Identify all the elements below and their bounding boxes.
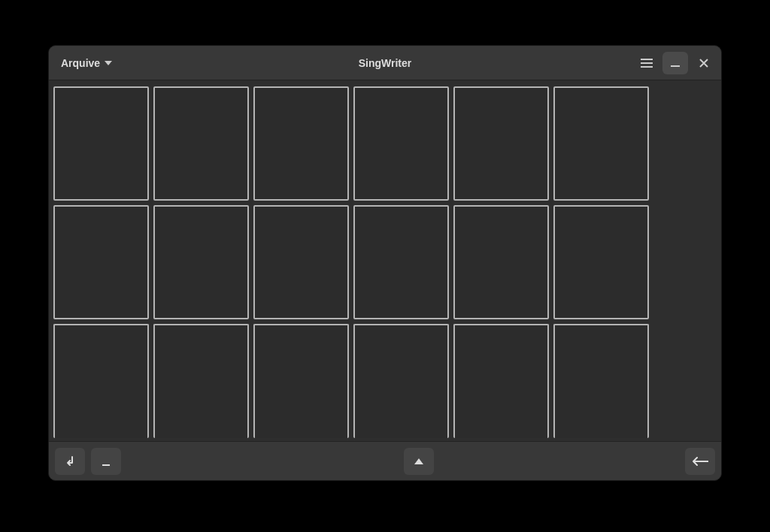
grid-cell[interactable]	[153, 324, 249, 438]
expand-up-button[interactable]	[404, 448, 434, 475]
arrow-left-icon	[692, 457, 708, 466]
grid-cell[interactable]	[153, 205, 249, 319]
svg-rect-1	[641, 62, 653, 64]
grid-cell[interactable]	[253, 205, 349, 319]
grid-cell[interactable]	[53, 86, 149, 201]
grid-cell[interactable]	[353, 86, 449, 201]
grid-cell[interactable]	[53, 324, 149, 438]
grid-cell[interactable]	[253, 324, 349, 438]
arquive-menu-label: Arquive	[61, 57, 100, 69]
sign-grid	[53, 86, 649, 441]
grid-cell[interactable]	[453, 324, 549, 438]
triangle-up-icon	[414, 458, 423, 464]
bottom-toolbar	[49, 441, 721, 480]
minimize-icon	[671, 59, 680, 68]
svg-rect-3	[671, 65, 680, 67]
content-area	[49, 80, 721, 441]
grid-cell[interactable]	[553, 86, 649, 201]
grid-cell[interactable]	[53, 205, 149, 319]
grid-cell[interactable]	[153, 86, 249, 201]
app-window: Arquive SingWriter	[48, 45, 722, 481]
grid-cell[interactable]	[553, 205, 649, 319]
chevron-down-icon	[105, 61, 112, 65]
hamburger-menu-button[interactable]	[634, 52, 659, 74]
newline-button[interactable]	[55, 448, 85, 475]
svg-rect-0	[641, 59, 653, 60]
svg-rect-2	[641, 66, 653, 68]
grid-cell[interactable]	[553, 324, 649, 438]
hamburger-icon	[641, 59, 653, 68]
grid-cell[interactable]	[353, 324, 449, 438]
grid-cell[interactable]	[453, 86, 549, 201]
window-title: SingWriter	[49, 57, 721, 69]
space-button[interactable]	[91, 448, 121, 475]
grid-cell[interactable]	[453, 205, 549, 319]
svg-rect-4	[102, 464, 110, 466]
grid-cell[interactable]	[353, 205, 449, 319]
underscore-icon	[101, 456, 111, 467]
arquive-menu-button[interactable]: Arquive	[53, 53, 120, 74]
return-icon	[64, 455, 76, 467]
minimize-button[interactable]	[662, 52, 688, 74]
titlebar: Arquive SingWriter	[49, 46, 721, 80]
close-button[interactable]	[691, 52, 717, 74]
grid-cell[interactable]	[253, 86, 349, 201]
backspace-button[interactable]	[685, 448, 715, 475]
close-icon	[699, 59, 708, 68]
